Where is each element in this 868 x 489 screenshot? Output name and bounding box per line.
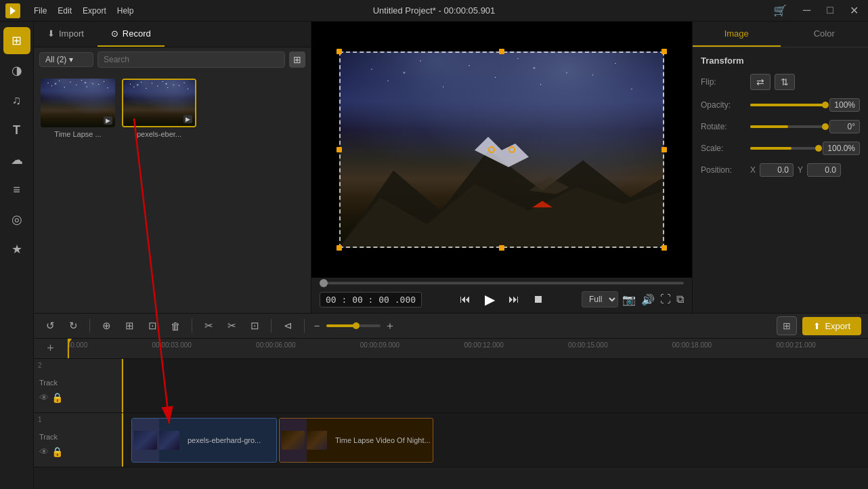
marker-button[interactable]: ⊲: [278, 316, 297, 335]
flip-label: Flip:: [701, 77, 745, 87]
sidebar-item-effects[interactable]: ◑: [3, 57, 30, 84]
handle-mid-right[interactable]: [661, 147, 667, 152]
volume-icon[interactable]: 🔊: [641, 293, 655, 306]
sep-2: [192, 319, 192, 333]
copy-button[interactable]: ⊡: [143, 316, 162, 335]
handle-top-mid[interactable]: [499, 49, 504, 54]
record-tab-label: Record: [123, 28, 151, 39]
cut-left-button[interactable]: ✂: [199, 316, 218, 335]
media-thumb-2: ▶: [122, 79, 196, 127]
menu-help[interactable]: Help: [117, 6, 134, 16]
add-button[interactable]: ⊞: [120, 316, 139, 335]
sidebar-item-media[interactable]: ⊞: [3, 27, 30, 54]
media-panel: ⬇ Import ⊙ Record All (2) ▾ ⊞: [34, 22, 311, 313]
media-item-1[interactable]: ▶ Time Lapse ...: [41, 79, 115, 138]
track-number-2: 2: [38, 362, 42, 369]
snapshot-button[interactable]: ⊞: [777, 316, 797, 335]
magnet-button[interactable]: ⊕: [97, 316, 116, 335]
opacity-value[interactable]: 100%: [829, 98, 860, 112]
flip-v-button[interactable]: ⇅: [775, 74, 795, 90]
menu-export[interactable]: Export: [83, 6, 106, 16]
sidebar-item-transitions[interactable]: ≡: [3, 176, 30, 203]
preview-image: [339, 51, 664, 248]
opacity-row: Opacity: 100%: [701, 98, 860, 112]
handle-bot-left[interactable]: [337, 245, 342, 251]
zoom-slider-thumb[interactable]: [353, 322, 360, 329]
menu-file[interactable]: File: [34, 6, 47, 16]
progress-bar[interactable]: [320, 282, 684, 284]
rotate-control: 0°: [750, 120, 860, 133]
clip-thumb-2b: [307, 431, 327, 450]
tab-color[interactable]: Color: [781, 22, 869, 47]
grid-view-button[interactable]: ⊞: [289, 51, 305, 68]
track-lock-icon-2[interactable]: 🔒: [51, 392, 63, 403]
ruler-mark-3: 00:00:09.000: [360, 341, 399, 349]
tab-record[interactable]: ⊙ Record: [97, 22, 165, 47]
handle-top-right[interactable]: [661, 49, 667, 54]
sidebar-item-shapes[interactable]: ☁: [3, 146, 30, 173]
position-y-input[interactable]: [807, 163, 841, 177]
track-eye-icon-2[interactable]: 👁: [39, 392, 49, 403]
stop-button[interactable]: ⏹: [529, 290, 548, 309]
redo-button[interactable]: ↻: [64, 316, 83, 335]
track-clip-2[interactable]: Time Lapse Video Of Night...: [279, 418, 433, 463]
rotate-slider-thumb[interactable]: [822, 123, 829, 130]
rotation-handle-left[interactable]: [488, 146, 495, 153]
record-icon: ⊙: [111, 28, 118, 39]
tab-import[interactable]: ⬇ Import: [34, 22, 97, 47]
rotate-slider[interactable]: [750, 125, 825, 128]
zoom-plus-button[interactable]: ＋: [385, 319, 395, 333]
sidebar-item-audio[interactable]: ♫: [3, 87, 30, 114]
next-frame-button[interactable]: ⏭: [504, 290, 523, 309]
ruler-mark-4: 00:00:12.000: [464, 341, 503, 349]
scale-value[interactable]: 100.0%: [823, 142, 860, 155]
sidebar-item-filter[interactable]: ◎: [3, 206, 30, 233]
import-icon: ⬇: [47, 28, 55, 39]
scale-slider-thumb[interactable]: [815, 145, 822, 152]
maximize-button[interactable]: □: [823, 3, 838, 18]
track-clip-1[interactable]: pexels-eberhard-gro...: [131, 418, 277, 463]
delete-button[interactable]: 🗑: [166, 316, 185, 335]
ruler-mark-2: 00:00:06.000: [256, 341, 295, 349]
handle-top-left[interactable]: [337, 49, 342, 54]
sidebar-item-favorites[interactable]: ★: [3, 236, 30, 263]
track-icons-1: 👁 🔒: [39, 446, 116, 457]
minimize-button[interactable]: ─: [799, 3, 815, 18]
opacity-slider-thumb[interactable]: [822, 102, 829, 108]
crop-button[interactable]: ⊡: [245, 316, 264, 335]
track-lock-icon-1[interactable]: 🔒: [51, 446, 63, 457]
track-eye-icon-1[interactable]: 👁: [39, 446, 49, 457]
zoom-slider[interactable]: [326, 324, 381, 327]
fullscreen-icon[interactable]: ⛶: [660, 293, 671, 305]
handle-bot-mid[interactable]: [499, 245, 504, 251]
export-button[interactable]: ⬆ Export: [802, 317, 861, 335]
cut-right-button[interactable]: ✂: [222, 316, 241, 335]
cart-icon[interactable]: 🛒: [769, 3, 791, 18]
sidebar-item-text[interactable]: T: [3, 116, 30, 144]
scale-slider[interactable]: [750, 147, 819, 150]
rotate-value[interactable]: 0°: [829, 120, 860, 133]
media-item-2[interactable]: ▶ pexels-eber...: [122, 79, 196, 138]
menu-edit[interactable]: Edit: [58, 6, 72, 16]
zoom-select[interactable]: Full: [582, 291, 618, 307]
prev-frame-button[interactable]: ⏮: [456, 290, 475, 309]
handle-bot-right[interactable]: [661, 245, 667, 251]
undo-button[interactable]: ↺: [41, 316, 60, 335]
media-search-input[interactable]: [97, 51, 285, 68]
pip-icon[interactable]: ⧉: [676, 293, 684, 305]
opacity-slider[interactable]: [750, 104, 825, 106]
media-filter-dropdown[interactable]: All (2) ▾: [39, 52, 93, 67]
flip-h-button[interactable]: ⇄: [750, 74, 771, 90]
close-button[interactable]: ✕: [846, 3, 863, 18]
play-button[interactable]: ▶: [480, 290, 499, 309]
rotation-handle-right[interactable]: [508, 146, 515, 153]
handle-mid-left[interactable]: [337, 147, 342, 152]
add-track-button[interactable]: +: [34, 339, 68, 358]
progress-thumb[interactable]: [320, 279, 328, 287]
camera-icon[interactable]: 📷: [622, 293, 636, 306]
zoom-slider-fill: [326, 324, 356, 327]
position-x-input[interactable]: [760, 163, 794, 177]
clip-thumb-2: [280, 419, 307, 462]
tab-image[interactable]: Image: [693, 22, 781, 47]
zoom-minus-button[interactable]: －: [311, 319, 322, 333]
